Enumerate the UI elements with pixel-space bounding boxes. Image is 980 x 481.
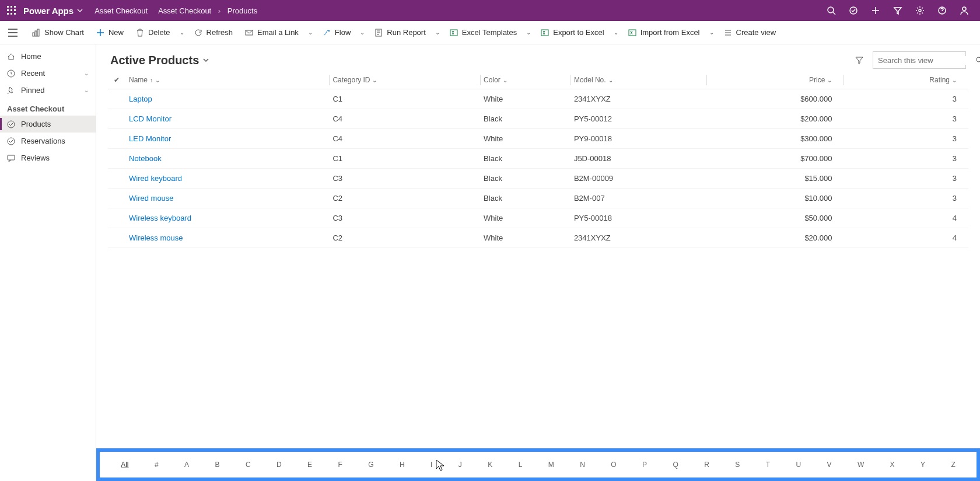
alpha-item[interactable]: J <box>456 458 464 471</box>
breadcrumb-part1[interactable]: Asset Checkout <box>158 6 211 15</box>
table-row[interactable]: Wired mouseC2BlackB2M-007$10.0003 <box>108 189 968 208</box>
row-name-link[interactable]: Laptop <box>129 95 152 103</box>
row-name-link[interactable]: Wireless keyboard <box>129 214 191 222</box>
breadcrumb-part2[interactable]: Products <box>228 6 257 15</box>
alpha-item[interactable]: # <box>152 458 161 471</box>
search-input-field[interactable] <box>878 56 976 65</box>
alpha-item[interactable]: T <box>764 458 772 471</box>
row-checkbox[interactable] <box>108 189 125 208</box>
alpha-item[interactable]: D <box>274 458 284 471</box>
row-checkbox[interactable] <box>108 169 125 189</box>
alpha-item[interactable]: N <box>578 458 587 471</box>
alpha-item[interactable]: E <box>305 458 314 471</box>
row-name-link[interactable]: Notebook <box>129 154 162 163</box>
refresh-button[interactable]: Refresh <box>188 25 239 41</box>
alpha-item[interactable]: O <box>608 458 618 471</box>
search-input[interactable] <box>873 51 966 69</box>
sidebar-item-recent[interactable]: Recent ⌄ <box>0 65 96 82</box>
email-split-chevron[interactable]: ⌄ <box>304 26 316 39</box>
new-button[interactable]: New <box>90 25 130 41</box>
alpha-item[interactable]: L <box>516 458 525 471</box>
waffle-icon[interactable] <box>6 5 18 16</box>
email-link-button[interactable]: Email a Link <box>239 25 304 41</box>
sidebar-item-reviews[interactable]: Reviews <box>0 149 96 166</box>
column-header-name[interactable]: Name↑⌄ <box>125 71 329 89</box>
chevron-down-icon[interactable]: ⌄ <box>84 87 89 93</box>
alpha-item[interactable]: M <box>546 458 556 471</box>
table-row[interactable]: Wireless keyboardC3WhitePY5-00018$50.000… <box>108 208 968 228</box>
search-icon[interactable] <box>976 57 980 64</box>
alpha-item[interactable]: F <box>335 458 344 471</box>
export-excel-button[interactable]: Export to Excel <box>534 25 610 41</box>
delete-button[interactable]: Delete <box>130 25 176 41</box>
report-split-chevron[interactable]: ⌄ <box>432 26 443 39</box>
alpha-item[interactable]: C <box>243 458 253 471</box>
task-icon[interactable] <box>842 0 864 21</box>
alpha-item[interactable]: G <box>366 458 376 471</box>
column-header-model[interactable]: Model No.⌄ <box>570 71 706 89</box>
plus-icon[interactable] <box>864 0 887 21</box>
table-row[interactable]: Wired keyboardC3BlackB2M-00009$15.0003 <box>108 169 968 189</box>
sidebar-item-reservations[interactable]: Reservations <box>0 133 96 149</box>
hamburger-icon[interactable] <box>6 29 20 37</box>
sidebar-item-home[interactable]: Home <box>0 48 96 65</box>
import-excel-button[interactable]: Import from Excel <box>622 25 706 41</box>
column-header-price[interactable]: Price⌄ <box>706 71 844 89</box>
show-chart-button[interactable]: Show Chart <box>26 25 90 41</box>
user-icon[interactable] <box>953 0 975 21</box>
column-header-color[interactable]: Color⌄ <box>480 71 570 89</box>
row-name-link[interactable]: LCD Monitor <box>129 114 172 123</box>
alpha-item[interactable]: H <box>397 458 407 471</box>
table-row[interactable]: LCD MonitorC4BlackPY5-00012$200.0003 <box>108 109 968 129</box>
row-name-link[interactable]: Wired mouse <box>129 194 174 203</box>
export-split-chevron[interactable]: ⌄ <box>610 26 622 39</box>
column-header-rating[interactable]: Rating⌄ <box>844 71 968 89</box>
row-name-link[interactable]: Wireless mouse <box>129 233 183 242</box>
row-checkbox[interactable] <box>108 228 125 248</box>
table-row[interactable]: LED MonitorC4WhitePY9-00018$300.0003 <box>108 129 968 149</box>
help-icon[interactable] <box>931 0 953 21</box>
alpha-item[interactable]: Y <box>918 458 928 471</box>
alpha-item[interactable]: W <box>855 458 866 471</box>
run-report-button[interactable]: Run Report <box>368 25 431 41</box>
alpha-item[interactable]: S <box>733 458 742 471</box>
row-checkbox[interactable] <box>108 89 125 109</box>
alpha-item[interactable]: K <box>485 458 495 471</box>
alpha-item[interactable]: P <box>640 458 649 471</box>
search-icon[interactable] <box>820 0 842 21</box>
filter-icon[interactable] <box>887 0 909 21</box>
gear-icon[interactable] <box>909 0 931 21</box>
sidebar-item-pinned[interactable]: Pinned ⌄ <box>0 82 96 99</box>
alpha-item[interactable]: A <box>182 458 191 471</box>
row-name-link[interactable]: LED Monitor <box>129 134 171 143</box>
select-all-checkbox[interactable]: ✔ <box>108 71 125 89</box>
table-row[interactable]: NotebookC1BlackJ5D-00018$700.0003 <box>108 149 968 169</box>
templates-split-chevron[interactable]: ⌄ <box>523 26 534 39</box>
alpha-item[interactable]: B <box>212 458 222 471</box>
alpha-item[interactable]: Q <box>670 458 680 471</box>
import-split-chevron[interactable]: ⌄ <box>706 26 718 39</box>
table-row[interactable]: LaptopC1White2341XYXZ$600.0003 <box>108 89 968 109</box>
alpha-item[interactable]: I <box>428 458 435 471</box>
breadcrumb-app[interactable]: Asset Checkout <box>94 6 148 15</box>
filter-icon[interactable] <box>852 53 867 68</box>
excel-templates-button[interactable]: Excel Templates <box>443 25 523 41</box>
table-row[interactable]: Wireless mouseC2White2341XYXZ$20.0004 <box>108 228 968 248</box>
flow-split-chevron[interactable]: ⌄ <box>356 26 368 39</box>
chevron-down-icon[interactable]: ⌄ <box>84 70 89 76</box>
alpha-item[interactable]: U <box>793 458 803 471</box>
create-view-button[interactable]: Create view <box>718 25 782 41</box>
row-checkbox[interactable] <box>108 129 125 149</box>
row-name-link[interactable]: Wired keyboard <box>129 174 182 183</box>
column-header-category[interactable]: Category ID⌄ <box>329 71 480 89</box>
flow-button[interactable]: Flow <box>316 25 356 41</box>
row-checkbox[interactable] <box>108 149 125 169</box>
view-title[interactable]: Active Products <box>110 54 209 67</box>
brand-label[interactable]: Power Apps <box>23 6 74 16</box>
alpha-item[interactable]: V <box>824 458 834 471</box>
chevron-down-icon[interactable] <box>77 8 83 13</box>
row-checkbox[interactable] <box>108 109 125 129</box>
alpha-item[interactable]: R <box>702 458 712 471</box>
alpha-item[interactable]: Z <box>949 458 957 471</box>
sidebar-item-products[interactable]: Products <box>0 116 96 133</box>
